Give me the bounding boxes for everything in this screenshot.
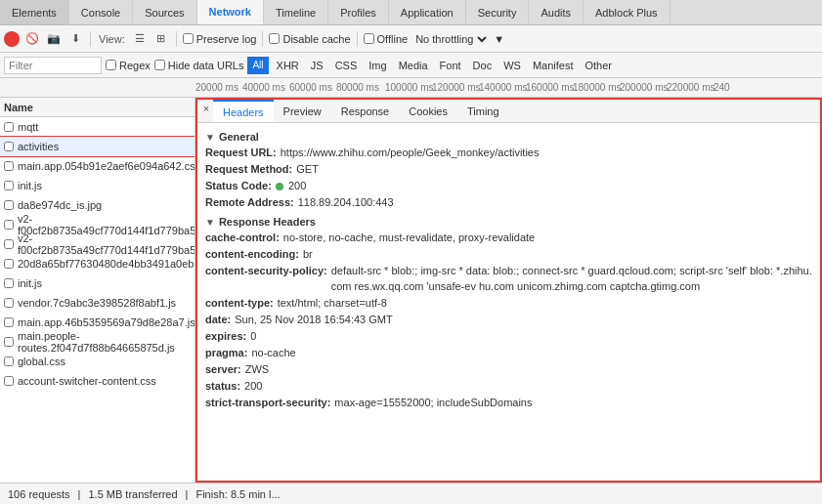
ruler-tick-6: 140000 ms <box>479 82 527 93</box>
record-button[interactable] <box>4 31 20 47</box>
detail-close-button[interactable]: × <box>199 102 213 115</box>
disable-cache-checkbox[interactable] <box>269 33 280 44</box>
file-item-activities-checkbox[interactable] <box>4 142 14 151</box>
request-url-value: https://www.zhihu.com/people/Geek_monkey… <box>281 145 540 160</box>
server-row: server: ZWS <box>205 361 812 377</box>
file-item-jpg1-checkbox[interactable] <box>4 200 14 210</box>
filter-css-button[interactable]: CSS <box>331 59 362 72</box>
file-item-jpg3-checkbox[interactable] <box>4 239 14 249</box>
tab-elements[interactable]: Elements <box>0 0 69 24</box>
ruler-tick-0: 20000 ms <box>195 82 238 93</box>
cache-control-value: no-store, no-cache, must-revalidate, pro… <box>283 230 535 245</box>
hide-data-urls-checkbox[interactable] <box>154 60 165 70</box>
filter-xhr-button[interactable]: XHR <box>273 59 303 72</box>
file-item-activities[interactable]: activities <box>0 137 195 156</box>
file-item-main-css[interactable]: main.app.054b91e2aef6e094a642.css <box>0 156 195 176</box>
filter-ws-button[interactable]: WS <box>499 59 525 72</box>
date-row: date: Sun, 25 Nov 2018 16:54:43 GMT <box>205 312 812 327</box>
file-item-init-js-checkbox[interactable] <box>4 181 14 190</box>
tab-audits[interactable]: Audits <box>529 0 584 24</box>
file-item-main-app-js-name: main.app.46b5359569a79d8e28a7.js <box>18 316 195 328</box>
throttle-select[interactable]: No throttling <box>411 32 490 46</box>
ruler-tick-3: 80000 ms <box>336 82 379 93</box>
disable-cache-label: Disable cache <box>282 33 350 45</box>
preserve-log-label: Preserve log <box>196 33 257 45</box>
tab-security[interactable]: Security <box>466 0 530 24</box>
detail-tab-response[interactable]: Response <box>331 100 400 122</box>
file-item-mqtt-checkbox[interactable] <box>4 122 14 132</box>
tab-profiles[interactable]: Profiles <box>328 0 389 24</box>
file-item-init-js2-checkbox[interactable] <box>4 278 14 288</box>
ruler-tick-11: 240 <box>714 82 730 93</box>
file-item-mqtt[interactable]: mqtt <box>0 117 195 137</box>
hide-data-urls-group: Hide data URLs <box>154 60 244 71</box>
detail-tab-headers[interactable]: Headers <box>213 100 274 122</box>
content-security-policy-row: content-security-policy: default-src * b… <box>205 263 812 294</box>
tab-sources[interactable]: Sources <box>133 0 196 24</box>
file-item-jpg4-checkbox[interactable] <box>4 259 14 269</box>
file-item-main-app-js-checkbox[interactable] <box>4 317 14 327</box>
filter-other-button[interactable]: Other <box>581 59 616 72</box>
tab-console[interactable]: Console <box>69 0 133 24</box>
pragma-key: pragma: <box>205 345 247 360</box>
file-item-jpg3-name: v2-f00cf2b8735a49cf770d144f1d779ba5_xs.j… <box>18 232 195 256</box>
file-item-main-css-name: main.app.054b91e2aef6e094a642.css <box>18 160 195 172</box>
file-item-main-css-checkbox[interactable] <box>4 161 14 171</box>
file-item-global-css-checkbox[interactable] <box>4 357 14 366</box>
separator4 <box>357 31 358 47</box>
filter-manifest-button[interactable]: Manifest <box>529 59 578 72</box>
file-item-account-css-name: account-switcher-content.css <box>18 375 156 387</box>
preserve-log-checkbox[interactable] <box>183 33 194 44</box>
file-item-vendor-js-checkbox[interactable] <box>4 298 14 308</box>
offline-checkbox[interactable] <box>364 33 374 44</box>
requests-count: 106 requests <box>8 488 70 500</box>
regex-label: Regex <box>119 60 151 71</box>
regex-checkbox[interactable] <box>106 60 116 70</box>
request-url-key: Request URL: <box>205 145 277 160</box>
file-item-account-css[interactable]: account-switcher-content.css <box>0 371 195 391</box>
detail-tab-cookies[interactable]: Cookies <box>399 100 457 122</box>
filter-img-button[interactable]: Img <box>365 59 390 72</box>
clear-button[interactable]: 🚫 <box>23 30 41 48</box>
file-item-jpg2-checkbox[interactable] <box>4 220 14 230</box>
request-method-row: Request Method: GET <box>205 161 812 177</box>
filter-doc-button[interactable]: Doc <box>469 59 497 72</box>
separator2 <box>176 31 177 47</box>
detail-panel: × Headers Preview Response Cookies Timin… <box>195 98 822 483</box>
file-item-init-js2[interactable]: init.js <box>0 273 195 293</box>
file-item-global-css[interactable]: global.css <box>0 352 195 371</box>
detail-tab-timing[interactable]: Timing <box>457 100 509 122</box>
offline-label: Offline <box>377 33 409 45</box>
view-grid-icon[interactable]: ⊞ <box>152 30 170 48</box>
filter-media-button[interactable]: Media <box>395 59 432 72</box>
content-type-key: content-type: <box>205 295 274 311</box>
status-code-number: 200 <box>288 180 306 191</box>
file-item-account-css-checkbox[interactable] <box>4 376 14 386</box>
file-item-people-routes[interactable]: main.people-routes.2f047d7f88b64665875d.… <box>0 332 195 352</box>
content-security-policy-key: content-security-policy: <box>205 263 327 294</box>
view-list-icon[interactable]: ☰ <box>131 30 149 48</box>
general-toggle[interactable]: ▼ <box>205 132 215 143</box>
view-label: View: <box>99 33 125 45</box>
filter-button[interactable]: ⬇ <box>66 30 84 48</box>
file-item-init-js[interactable]: init.js <box>0 176 195 195</box>
file-item-jpg3[interactable]: v2-f00cf2b8735a49cf770d144f1d779ba5_xs.j… <box>0 234 195 254</box>
file-item-jpg4[interactable]: 20d8a65bf77630480de4bb3491a0eb3eb_xs.jpg <box>0 254 195 273</box>
camera-button[interactable]: 📷 <box>45 30 63 48</box>
detail-tab-preview[interactable]: Preview <box>274 100 331 122</box>
tab-timeline[interactable]: Timeline <box>264 0 328 24</box>
file-item-vendor-js[interactable]: vendor.7c9abc3e398528f8abf1.js <box>0 293 195 313</box>
tab-adblock[interactable]: Adblock Plus <box>584 0 671 24</box>
file-item-people-routes-checkbox[interactable] <box>4 337 14 347</box>
date-value: Sun, 25 Nov 2018 16:54:43 GMT <box>235 312 392 327</box>
disable-cache-group: Disable cache <box>269 33 350 45</box>
response-headers-toggle[interactable]: ▼ <box>205 217 215 228</box>
filter-js-button[interactable]: JS <box>307 59 327 72</box>
filter-all-button[interactable]: All <box>247 57 268 74</box>
tab-network[interactable]: Network <box>197 0 264 24</box>
file-list-panel: Name mqtt activities main.app.054b91e2ae… <box>0 98 195 483</box>
filter-font-button[interactable]: Font <box>436 59 465 72</box>
tab-application[interactable]: Application <box>389 0 466 24</box>
status-green-dot <box>276 183 283 190</box>
filter-input[interactable] <box>4 57 102 74</box>
